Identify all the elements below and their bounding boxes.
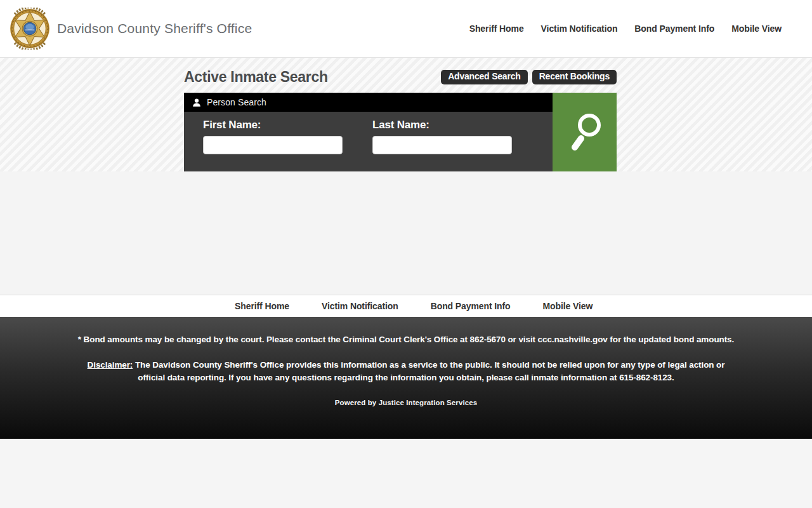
disclaimer-text: Disclaimer: The Davidson County Sheriff'… [86,359,726,384]
footer-nav-victim-notification[interactable]: Victim Notification [322,301,398,311]
section-heading: Active Inmate Search [184,69,328,86]
footer-nav-bond-payment-info[interactable]: Bond Payment Info [431,301,511,311]
footer-nav-sheriff-home[interactable]: Sheriff Home [235,301,289,311]
search-submit-button[interactable] [553,93,617,171]
first-name-label: First Name: [203,119,343,131]
top-nav-bond-payment-info[interactable]: Bond Payment Info [634,23,714,34]
powered-by: Powered by Justice Integration Services [0,399,812,406]
advanced-search-button[interactable]: Advanced Search [441,70,528,84]
person-search-panel-title: Person Search [207,97,266,107]
magnifier-icon [565,109,605,156]
recent-bookings-button[interactable]: Recent Bookings [532,70,617,84]
last-name-label: Last Name: [372,119,512,131]
page: Davidson County Sheriff's Office Sheriff… [0,0,812,508]
sheriff-badge-icon [9,8,51,50]
page-title: Davidson County Sheriff's Office [57,21,252,36]
top-nav-sheriff-home[interactable]: Sheriff Home [469,23,524,34]
top-nav: Sheriff Home Victim Notification Bond Pa… [469,23,782,34]
first-name-input[interactable] [203,136,343,154]
disclaimer-label: Disclaimer: [88,360,133,370]
bond-note-text: * Bond amounts may be changed by the cou… [70,333,742,346]
sheriff-badge-logo [9,6,51,51]
search-section: Active Inmate Search Advanced Search Rec… [0,58,812,171]
top-nav-mobile-view[interactable]: Mobile View [731,23,782,34]
content-area-empty [0,171,812,295]
powered-by-prefix: Powered by [335,399,379,406]
footer-nav-mobile-view[interactable]: Mobile View [543,301,593,311]
person-search-panel: Person Search First Name: Last Name: [184,93,617,171]
site-header: Davidson County Sheriff's Office Sheriff… [0,0,812,58]
last-name-input[interactable] [372,136,512,154]
person-icon [192,98,201,107]
top-nav-victim-notification[interactable]: Victim Notification [541,23,618,34]
powered-by-link[interactable]: Justice Integration Services [379,399,478,406]
person-search-panel-header: Person Search [184,93,553,112]
site-footer: * Bond amounts may be changed by the cou… [0,317,812,439]
page-bottom-empty [0,439,812,508]
footer-nav: Sheriff Home Victim Notification Bond Pa… [0,295,812,317]
person-search-panel-body: First Name: Last Name: [184,112,553,171]
disclaimer-body: The Davidson County Sheriff's Office pro… [133,360,724,382]
